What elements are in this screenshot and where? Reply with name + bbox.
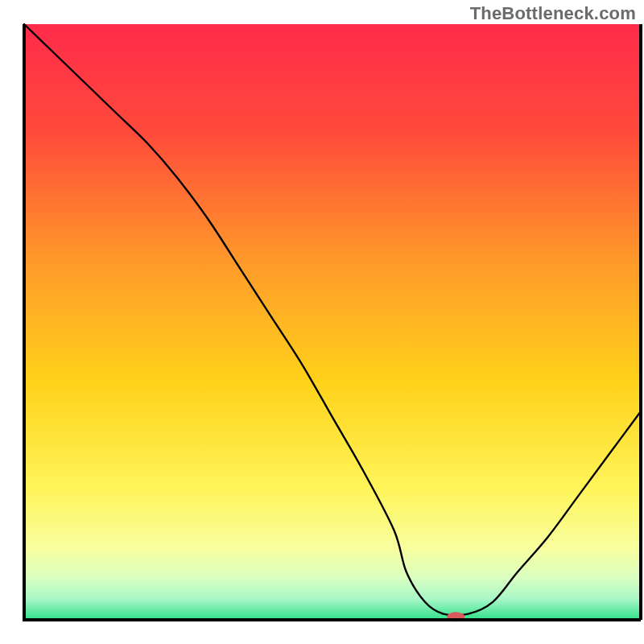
bottleneck-chart: [0, 0, 644, 644]
chart-stage: TheBottleneck.com: [0, 0, 644, 644]
watermark-text: TheBottleneck.com: [470, 3, 636, 24]
plot-area: [24, 24, 641, 621]
